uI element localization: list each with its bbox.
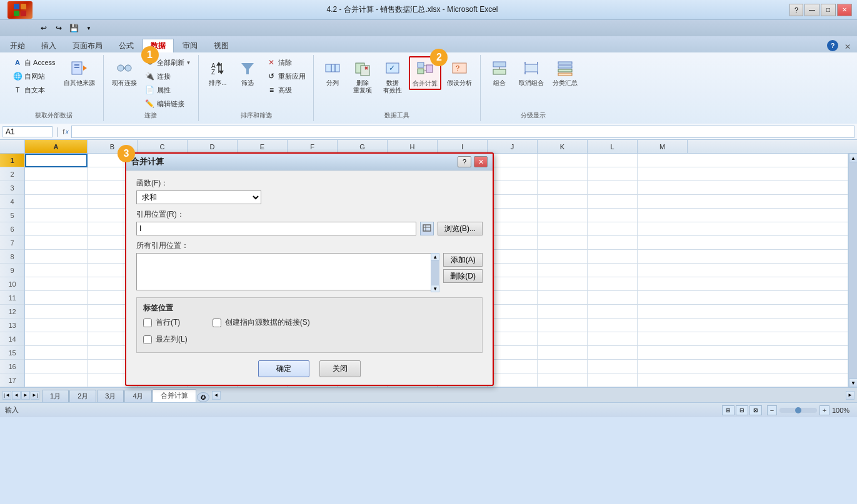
row-num-9[interactable]: 9 (0, 264, 24, 277)
cell-K1[interactable] (538, 154, 588, 167)
sheet-tab-mar[interactable]: 3月 (97, 390, 124, 402)
reapply-button[interactable]: ↺ 重新应用 (264, 70, 308, 82)
cancel-button[interactable]: 关闭 (319, 360, 361, 377)
row-num-2[interactable]: 2 (0, 167, 24, 181)
cell-J1[interactable] (488, 154, 538, 167)
row-num-8[interactable]: 8 (0, 250, 24, 264)
last-sheet-button[interactable]: ►| (31, 391, 39, 400)
scroll-down-button[interactable]: ▼ (849, 378, 857, 387)
sheet-tab-jan[interactable]: 1月 (42, 390, 69, 402)
col-header-I[interactable]: I (438, 140, 488, 153)
row-num-13[interactable]: 13 (0, 319, 24, 332)
maximize-button[interactable]: □ (821, 4, 836, 16)
create-link-checkbox[interactable] (213, 319, 221, 327)
clear-button[interactable]: ✕ 清除 (264, 56, 308, 69)
scroll-down-textarea[interactable]: ▼ (431, 285, 439, 292)
page-break-view-button[interactable]: ⊠ (749, 405, 762, 415)
text-button[interactable]: T 自文本 (10, 84, 58, 96)
edit-links-button[interactable]: ✏️ 编辑链接 (143, 97, 194, 110)
col-header-C[interactable]: C (138, 140, 188, 153)
all-references-textarea[interactable] (136, 253, 439, 290)
textarea-scrollbar[interactable]: ▲ ▼ (431, 253, 439, 292)
cell-reference[interactable] (3, 126, 53, 137)
first-row-label[interactable]: 首行(T) (156, 317, 180, 328)
row-num-12[interactable]: 12 (0, 305, 24, 319)
minimize-button[interactable]: — (804, 4, 819, 16)
remove-duplicates-button[interactable]: 删除重复项 (349, 56, 376, 96)
row-num-11[interactable]: 11 (0, 291, 24, 305)
other-sources-button[interactable]: 自其他来源 (61, 56, 98, 89)
browse-button[interactable]: 浏览(B)... (438, 222, 483, 235)
next-sheet-button[interactable]: ► (21, 391, 30, 400)
scroll-up-textarea[interactable]: ▲ (431, 253, 439, 260)
first-row-checkbox[interactable] (143, 319, 152, 327)
ungroup-button[interactable]: 取消组合 (516, 56, 547, 89)
row-num-5[interactable]: 5 (0, 209, 24, 222)
save-button[interactable]: 💾 (68, 22, 80, 34)
undo-button[interactable]: ↩ (38, 22, 50, 34)
cell-A1[interactable] (25, 154, 88, 167)
dialog-close-button[interactable]: ✕ (474, 156, 488, 167)
row-num-14[interactable]: 14 (0, 332, 24, 346)
scroll-up-button[interactable]: ▲ (849, 154, 857, 162)
col-header-B[interactable]: B (88, 140, 138, 153)
create-link-label[interactable]: 创建指向源数据的链接(S) (225, 317, 310, 328)
tab-review[interactable]: 审阅 (175, 39, 205, 52)
row-num-1[interactable]: 1 (0, 154, 24, 167)
col-header-H[interactable]: H (388, 140, 438, 153)
col-header-G[interactable]: G (338, 140, 388, 153)
ribbon-close[interactable]: ✕ (841, 41, 854, 52)
scroll-thumb-v[interactable] (849, 162, 857, 378)
row-num-6[interactable]: 6 (0, 222, 24, 236)
reference-input[interactable] (136, 222, 416, 235)
add-button[interactable]: 添加(A) (443, 253, 483, 267)
sort-button[interactable]: A Z 排序... (204, 56, 231, 89)
col-header-A[interactable]: A (25, 140, 88, 153)
existing-connections-button[interactable]: 现有连接 (109, 56, 140, 89)
connections-button[interactable]: 🔌 连接 (143, 70, 194, 82)
ok-button[interactable]: 确定 (258, 360, 309, 377)
col-header-E[interactable]: E (238, 140, 288, 153)
page-layout-view-button[interactable]: ⊟ (736, 405, 748, 415)
help-btn[interactable]: ? (789, 4, 803, 16)
vertical-scrollbar[interactable]: ▲ ▼ (848, 154, 857, 387)
col-header-M[interactable]: M (638, 140, 688, 153)
row-num-16[interactable]: 16 (0, 360, 24, 373)
normal-view-button[interactable]: ⊞ (722, 405, 734, 415)
row-num-3[interactable]: 3 (0, 181, 24, 195)
data-validation-button[interactable]: ✓ 数据有效性 (379, 56, 406, 96)
zoom-out-button[interactable]: − (767, 405, 777, 415)
split-button[interactable]: 分列 (319, 56, 346, 89)
row-num-15[interactable]: 15 (0, 346, 24, 360)
horizontal-scrollbar[interactable]: ◄ ► (212, 391, 855, 400)
left-col-label[interactable]: 最左列(L) (156, 334, 188, 345)
formula-input[interactable] (71, 126, 854, 138)
qa-dropdown[interactable]: ▼ (83, 22, 95, 34)
tab-insert[interactable]: 插入 (34, 39, 64, 52)
tab-page-layout[interactable]: 页面布局 (65, 39, 110, 52)
subtotal-button[interactable]: 分类汇总 (549, 56, 581, 89)
left-col-checkbox[interactable] (143, 335, 152, 344)
tab-view[interactable]: 视图 (206, 39, 236, 52)
what-if-button[interactable]: ? 假设分析 (444, 56, 475, 89)
zoom-in-button[interactable]: + (819, 405, 829, 415)
sheet-tab-feb[interactable]: 2月 (69, 390, 96, 402)
sheet-icon[interactable]: ✪ (197, 392, 209, 402)
sheet-tab-apr[interactable]: 4月 (124, 390, 151, 402)
close-button[interactable]: ✕ (837, 4, 852, 16)
row-num-7[interactable]: 7 (0, 236, 24, 250)
properties-button[interactable]: 📄 属性 (143, 84, 194, 96)
refresh-all-button[interactable]: ↻ 全部刷新 ▼ (143, 56, 194, 69)
dialog-help-button[interactable]: ? (458, 156, 471, 167)
consolidate-dialog[interactable]: 合并计算 ? ✕ 函数(F)： 求和 计数 平均值 最大值 (125, 152, 494, 386)
row-num-4[interactable]: 4 (0, 195, 24, 209)
cell-M1[interactable] (638, 154, 848, 167)
sheet-tab-merge[interactable]: 合并计算 (153, 389, 196, 402)
row-num-10[interactable]: 10 (0, 277, 24, 291)
access-button[interactable]: A 自 Access (10, 56, 58, 69)
cell-L1[interactable] (588, 154, 638, 167)
delete-button[interactable]: 删除(D) (443, 269, 483, 283)
col-header-F[interactable]: F (288, 140, 338, 153)
ribbon-help[interactable]: ? (826, 39, 839, 52)
zoom-slider[interactable] (779, 408, 817, 413)
